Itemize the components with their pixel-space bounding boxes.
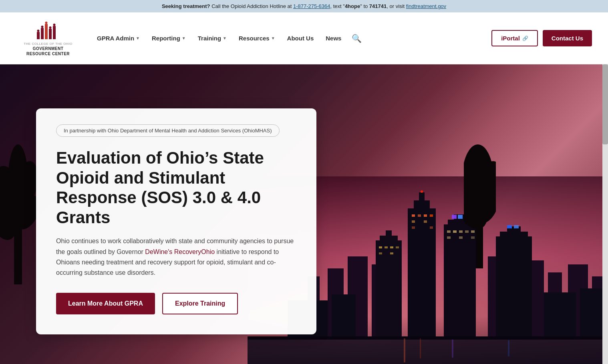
nav-about-us[interactable]: About Us (282, 32, 319, 45)
svg-rect-2 (45, 24, 48, 39)
svg-rect-3 (49, 29, 52, 39)
svg-rect-40 (390, 246, 393, 248)
svg-rect-66 (248, 336, 608, 340)
svg-rect-25 (419, 192, 425, 202)
hero-buttons: Learn More About GPRA Explore Training (56, 293, 296, 314)
nav-reporting-label: Reporting (152, 35, 180, 42)
search-icon[interactable]: 🔍 (348, 30, 365, 46)
svg-rect-60 (507, 225, 512, 228)
svg-rect-57 (496, 236, 532, 336)
svg-rect-1 (41, 28, 44, 39)
nav-news[interactable]: News (321, 32, 346, 45)
svg-point-34 (421, 190, 423, 193)
svg-rect-26 (412, 214, 415, 217)
scrollbar-track[interactable] (602, 64, 608, 364)
svg-rect-38 (379, 246, 382, 248)
scrollbar-thumb[interactable] (602, 64, 608, 144)
nav-gpra-admin-label: GPRA Admin (97, 35, 134, 42)
svg-rect-61 (514, 225, 519, 228)
svg-rect-32 (412, 226, 415, 229)
nav-gpra-admin-caret: ▼ (136, 36, 140, 40)
svg-rect-28 (424, 214, 427, 217)
nav-news-label: News (326, 35, 341, 42)
main-nav: GPRA Admin ▼ Reporting ▼ Training ▼ Reso… (92, 30, 483, 46)
svg-rect-50 (453, 230, 457, 233)
svg-rect-55 (459, 236, 463, 239)
nav-reporting[interactable]: Reporting ▼ (147, 32, 191, 45)
hero-card: In partnership with Ohio Department of M… (36, 108, 316, 334)
banner-findtreatment-link[interactable]: findtreatment.gov (406, 3, 446, 9)
svg-point-6 (41, 26, 44, 28)
nav-training-caret: ▼ (223, 36, 227, 40)
learn-more-button[interactable]: Learn More About GPRA (56, 293, 155, 314)
svg-point-9 (53, 24, 56, 26)
svg-rect-51 (459, 230, 463, 233)
svg-rect-47 (452, 215, 457, 219)
nav-resources-caret: ▼ (271, 36, 275, 40)
svg-rect-33 (430, 226, 433, 229)
nav-gpra-admin[interactable]: GPRA Admin ▼ (92, 32, 145, 45)
contact-us-button[interactable]: Contact Us (543, 30, 592, 46)
svg-rect-0 (37, 32, 40, 39)
tree-right-silhouette (464, 116, 496, 268)
svg-rect-68 (420, 338, 421, 358)
svg-rect-4 (53, 26, 56, 39)
iportal-label: iPortal (501, 35, 520, 42)
svg-rect-63 (332, 294, 356, 336)
learn-more-label: Learn More About GPRA (68, 300, 143, 307)
nav-training-label: Training (198, 35, 221, 42)
svg-point-5 (37, 30, 40, 32)
svg-rect-67 (404, 338, 405, 362)
contact-us-label: Contact Us (552, 35, 583, 42)
svg-point-7 (45, 22, 48, 24)
svg-rect-27 (418, 214, 421, 217)
svg-point-8 (49, 26, 52, 29)
hero-title: Evaluation of Ohio’s State Opioid and St… (56, 148, 296, 227)
svg-rect-69 (452, 340, 453, 358)
hero-title-text: Evaluation of Ohio’s State Opioid and St… (56, 148, 264, 227)
nav-resources-label: Resources (239, 35, 270, 42)
svg-rect-64 (544, 292, 576, 336)
external-link-icon: 🔗 (522, 36, 528, 41)
nav-about-us-label: About Us (287, 35, 314, 42)
logo-text: THE COLLEGE OF THE OHIO GOVERNMENTRESOUR… (24, 42, 72, 57)
explore-training-button[interactable]: Explore Training (162, 293, 238, 314)
nav-resources[interactable]: Resources ▼ (234, 32, 280, 45)
site-header: THE COLLEGE OF THE OHIO GOVERNMENTRESOUR… (0, 12, 608, 64)
partnership-badge: In partnership with Ohio Department of M… (56, 124, 280, 137)
svg-rect-42 (379, 252, 382, 254)
tree-left-silhouette (0, 116, 36, 284)
svg-rect-41 (396, 246, 399, 248)
svg-rect-49 (447, 230, 451, 233)
hero-section: In partnership with Ohio Department of M… (0, 64, 608, 364)
nav-reporting-caret: ▼ (182, 36, 186, 40)
svg-rect-11 (248, 336, 608, 364)
nav-training[interactable]: Training ▼ (193, 32, 232, 45)
svg-rect-29 (430, 214, 433, 217)
svg-rect-30 (412, 220, 415, 223)
svg-rect-70 (508, 340, 509, 356)
svg-rect-43 (390, 252, 393, 254)
svg-rect-39 (385, 246, 388, 248)
logo-area[interactable]: THE COLLEGE OF THE OHIO GOVERNMENTRESOUR… (16, 20, 80, 57)
svg-rect-48 (458, 215, 463, 219)
svg-rect-35 (376, 240, 402, 336)
partnership-badge-text: In partnership with Ohio Department of M… (64, 128, 272, 134)
banner-seeking-text: Seeking treatment? Call the Opioid Addic… (162, 3, 446, 9)
svg-rect-31 (424, 220, 427, 223)
explore-training-label: Explore Training (175, 300, 225, 307)
svg-rect-37 (386, 230, 392, 238)
banner-phone-link[interactable]: 1-877-275-6364 (293, 3, 330, 9)
iportal-button[interactable]: iPortal 🔗 (491, 30, 538, 46)
header-actions: iPortal 🔗 Contact Us (491, 30, 592, 46)
top-banner: Seeking treatment? Call the Opioid Addic… (0, 0, 608, 12)
svg-rect-54 (447, 236, 451, 239)
logo-icon (36, 20, 60, 40)
dewine-link[interactable]: DeWine's RecoveryOhio (145, 248, 215, 255)
hero-description: Ohio continues to work collaboratively w… (56, 236, 296, 278)
